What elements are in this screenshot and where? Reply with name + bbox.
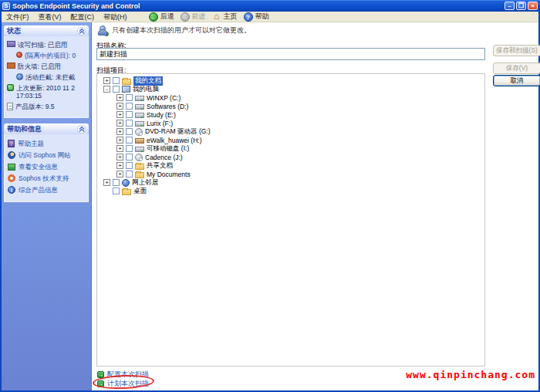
close-button[interactable]: × — [528, 2, 538, 10]
tree-item-my-documents[interactable]: + My Documents — [97, 170, 484, 178]
go-arrow-icon: → — [97, 371, 104, 378]
expander-icon[interactable]: + — [116, 154, 123, 161]
expander-icon[interactable]: + — [116, 128, 123, 135]
collapse-chevron-icon[interactable] — [77, 125, 86, 133]
toolbar: ← 后退 → 前进 ⌂ 主页 ? 帮助 — [149, 12, 269, 22]
home-button[interactable]: ⌂ 主页 — [212, 12, 238, 22]
sophos-support-link[interactable]: Sophos 技术支持 — [8, 174, 86, 182]
website-globe-icon — [8, 151, 15, 159]
tree-item-drive-g-dvd[interactable]: + DVD-RAM 驱动器 (G:) — [97, 127, 484, 136]
visit-sophos-website-link[interactable]: 访问 Sophos 网站 — [8, 151, 86, 159]
scan-owner-notice: 只有创建本次扫描的用户才可以对它做更改。 — [97, 25, 251, 35]
sidebar: 状态 读写扫描: 已启用 (隔离中的项目): 0 — [2, 22, 92, 390]
minimize-button[interactable]: – — [505, 2, 515, 10]
window-title: Sophos Endpoint Security and Control — [12, 2, 505, 10]
back-button[interactable]: ← 后退 — [149, 12, 174, 22]
help-link-label: 综合产品信息 — [19, 186, 58, 194]
checkbox[interactable] — [113, 77, 120, 84]
tree-item-label: eWalk_huawei (H:) — [147, 137, 202, 144]
removable-drive-icon — [135, 138, 144, 144]
checkbox[interactable] — [126, 120, 133, 127]
last-update-status: 上次更新: 2010 11 2 17:03:15 — [16, 84, 86, 100]
checkbox[interactable] — [113, 179, 120, 186]
schedule-scan-link[interactable]: → 计划本次扫描 — [97, 379, 149, 389]
tree-item-network-places[interactable]: + 网上邻居 — [97, 178, 484, 187]
drive-icon — [135, 104, 144, 110]
expander-icon[interactable]: + — [116, 137, 123, 144]
user-badge-icon — [104, 32, 109, 36]
expander-icon[interactable]: + — [103, 77, 110, 84]
info-icon: i — [8, 186, 15, 194]
status-row: (隔离中的项目): 0 — [16, 52, 86, 59]
drive-icon — [135, 121, 144, 127]
checkbox[interactable] — [126, 154, 133, 161]
folder-icon — [135, 172, 144, 178]
help-panel-title: 帮助和信息 — [7, 124, 42, 134]
checkbox[interactable] — [126, 162, 133, 169]
tree-item-label: 共享文档 — [147, 161, 173, 171]
menu-file[interactable]: 文件(F) — [2, 12, 34, 22]
help-button[interactable]: ? 帮助 — [244, 12, 269, 22]
checkbox[interactable] — [126, 111, 133, 118]
save-and-scan-button[interactable]: 保存和扫描(S) — [493, 45, 540, 56]
tree-item-label: DVD-RAM 驱动器 (G:) — [145, 127, 211, 137]
checkbox[interactable] — [126, 128, 133, 135]
expander-icon[interactable]: + — [116, 171, 123, 177]
tree-item-label: 我的电脑 — [133, 85, 159, 94]
status-row: 活动拦截: 未拦截 — [16, 73, 86, 81]
checkbox[interactable] — [126, 94, 133, 101]
folder-icon — [122, 189, 131, 195]
tree-item-my-computer[interactable]: - 我的电脑 — [97, 85, 484, 93]
expander-icon[interactable]: - — [103, 86, 110, 93]
tree-item-drive-i-removable[interactable]: + 可移动磁盘 (I:) — [97, 144, 484, 153]
tree-item-shared-documents[interactable]: + 共享文档 — [97, 161, 484, 170]
tree-item-drive-d[interactable]: + Softwares (D:) — [97, 102, 484, 110]
menu-help[interactable]: 帮助(H) — [99, 12, 132, 22]
checkbox[interactable] — [126, 145, 133, 152]
scan-items-tree[interactable]: + 我的文档 - 我的电脑 + WINXP (C:) — [96, 73, 485, 367]
tree-item-my-documents-root[interactable]: + 我的文档 — [97, 76, 484, 85]
cancel-button[interactable]: 取消 — [493, 75, 540, 86]
tree-item-drive-f[interactable]: + Lurix (F:) — [97, 119, 484, 127]
expander-icon[interactable]: + — [116, 120, 123, 127]
menu-configure[interactable]: 配置(C) — [66, 12, 100, 22]
tree-item-drive-j[interactable]: + Cadence (J:) — [97, 153, 484, 161]
expander-icon[interactable]: + — [116, 145, 123, 152]
version-doc-icon — [7, 103, 13, 110]
checkbox[interactable] — [126, 137, 133, 144]
help-info-panel: 帮助和信息 ? 帮助主题 访问 Sophos 网站 — [4, 123, 89, 202]
menu-view[interactable]: 查看(V) — [34, 12, 66, 22]
save-button[interactable]: 保存(V) — [493, 63, 540, 74]
expander-icon[interactable]: + — [116, 103, 123, 110]
help-topics-link[interactable]: ? 帮助主题 — [8, 140, 86, 147]
quarantine-items-link[interactable]: (隔离中的项目): 0 — [25, 52, 76, 59]
expander-icon[interactable]: + — [116, 162, 123, 169]
scan-name-input[interactable] — [96, 48, 485, 60]
help-link-label: 查看安全信息 — [19, 163, 58, 171]
tree-item-desktop[interactable]: 桌面 — [97, 187, 484, 195]
tree-item-label: 桌面 — [133, 187, 147, 196]
checkbox[interactable] — [126, 171, 133, 177]
tree-item-drive-c[interactable]: + WINXP (C:) — [97, 93, 484, 102]
tree-item-drive-h[interactable]: + eWalk_huawei (H:) — [97, 136, 484, 144]
expander-icon[interactable]: + — [116, 111, 123, 118]
help-panel-header[interactable]: 帮助和信息 — [4, 123, 89, 134]
cd-drive-icon — [135, 154, 143, 161]
status-panel-header[interactable]: 状态 — [4, 25, 89, 36]
app-icon: S — [2, 2, 10, 10]
home-label: 主页 — [224, 12, 238, 22]
collapse-chevron-icon[interactable] — [77, 27, 86, 35]
lifebuoy-icon — [8, 174, 15, 182]
view-security-info-link[interactable]: 查看安全信息 — [8, 163, 86, 171]
forward-button[interactable]: → 前进 — [181, 12, 206, 22]
expander-icon[interactable]: + — [103, 179, 110, 186]
checkbox[interactable] — [113, 188, 120, 194]
checkbox[interactable] — [113, 86, 120, 93]
maximize-button[interactable]: ❐ — [516, 2, 526, 10]
product-info-link[interactable]: i 综合产品信息 — [8, 186, 86, 194]
drive-icon — [135, 96, 144, 101]
expander-icon[interactable]: + — [116, 94, 123, 101]
notice-text: 只有创建本次扫描的用户才可以对它做更改。 — [112, 25, 251, 35]
tree-item-drive-e[interactable]: + Study (E:) — [97, 110, 484, 119]
checkbox[interactable] — [126, 103, 133, 110]
